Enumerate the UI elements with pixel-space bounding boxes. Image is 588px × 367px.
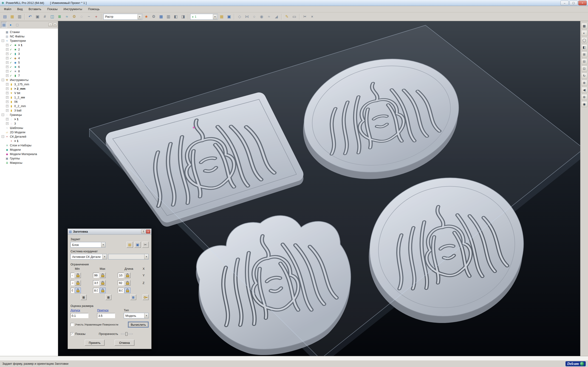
tree-item-toolpath-4[interactable]: + ✓ ◆ 4 xyxy=(0,56,58,60)
tree-item-toolpaths[interactable]: − ≈ Траектории xyxy=(0,39,58,43)
tree-item-groups[interactable]: ▣ Группы xyxy=(0,156,58,161)
tree-item-toolpath-2[interactable]: + ✓ ■ 2 xyxy=(0,47,58,52)
forms-button[interactable]: ◫ xyxy=(49,13,56,20)
dialog-close-button[interactable]: × xyxy=(146,230,150,234)
calculator-button[interactable]: # xyxy=(41,13,48,20)
check-icon[interactable]: ✓ xyxy=(10,61,12,64)
tree-item-boundaries[interactable]: − ◌ Границы xyxy=(0,113,58,117)
edit-pencil-button[interactable]: ✎ xyxy=(284,13,290,20)
tree-item-tool-v-bit[interactable]: + ▼ V bit xyxy=(0,91,58,95)
erase-button[interactable]: ▭ xyxy=(291,13,298,20)
menu-item[interactable]: Вид xyxy=(14,6,26,12)
table-button[interactable]: ▦ xyxy=(157,13,164,20)
tree-item-toolpath-6[interactable]: + ✓ ■ 6 xyxy=(0,65,58,69)
calc-max-button[interactable]: ▦ xyxy=(105,294,111,300)
show-checkbox[interactable]: ✓ xyxy=(70,332,74,336)
coord-system-select[interactable]: Активная СК Детали ▾ xyxy=(70,254,107,259)
dialog-title-bar[interactable]: ▧ Заготовка ? × xyxy=(68,229,151,235)
explorer-tab[interactable]: ▤ xyxy=(1,22,7,28)
tree-item-tool-1-2-mm[interactable]: + ▮ 1_2_мм xyxy=(0,95,58,100)
tree-item-models[interactable]: ◆ Модели xyxy=(0,148,58,152)
toolbar-toggle-b-button[interactable]: ◨ xyxy=(180,13,187,20)
snip-button[interactable]: ✂ xyxy=(301,13,308,20)
tree-item-patterns[interactable]: ~ Шаблоны xyxy=(0,126,58,130)
spin-view-button[interactable]: ⊛ xyxy=(581,94,587,100)
check-icon[interactable]: ✓ xyxy=(10,48,12,51)
workplane-create-button[interactable]: + xyxy=(93,13,100,20)
tree-item-machines[interactable]: ▦ Станки xyxy=(0,30,58,34)
tree-item-tool-3-ball[interactable]: + ▮ 3 ball xyxy=(0,108,58,113)
save-level-button[interactable]: ▣ xyxy=(225,13,233,20)
check-icon[interactable]: ✓ xyxy=(10,57,12,60)
open-project-button[interactable]: ▦ xyxy=(9,13,16,20)
tree-item-macros[interactable]: ≣ Макросы xyxy=(0,161,58,165)
expander-icon[interactable]: + xyxy=(6,52,9,55)
circle-shape-button[interactable]: ○ xyxy=(251,13,258,20)
tree-item-workplane-1[interactable]: + > 1 xyxy=(0,139,58,143)
expander-icon[interactable]: − xyxy=(2,135,4,138)
lock-max-button[interactable] xyxy=(100,280,106,286)
slope-shape-button[interactable]: ◢ xyxy=(273,13,280,20)
multicolour-button[interactable]: ◉ xyxy=(581,101,587,107)
length-input[interactable] xyxy=(118,288,124,293)
calc-min-button[interactable]: ▦ xyxy=(81,294,86,300)
favourites-button[interactable]: ★ xyxy=(143,13,150,20)
lock-length-button[interactable] xyxy=(124,288,130,293)
boundary-shape-button[interactable]: ◇ xyxy=(236,13,243,20)
pin-panel-button[interactable]: ▫ xyxy=(48,23,52,26)
tolerance-input[interactable] xyxy=(70,313,88,318)
level-select[interactable]: ● 1 ▾ xyxy=(190,14,218,20)
lock-min-button[interactable] xyxy=(75,273,81,278)
tree-item-boundary-3[interactable]: + ◌ 3 xyxy=(0,121,58,126)
close-panel-button[interactable]: × xyxy=(53,23,57,26)
thickness-input[interactable] xyxy=(97,313,115,318)
tree-item-tools[interactable]: − ⚒ Инструменты xyxy=(0,78,58,82)
tree-item-stock-models[interactable]: ◆ Модели Материала xyxy=(0,152,58,156)
expander-icon[interactable]: + xyxy=(6,74,9,77)
side-view-button[interactable]: ⊡ xyxy=(581,66,587,72)
open-level-button[interactable]: ▦ xyxy=(218,13,225,20)
strategy-select[interactable]: Растр ▾ xyxy=(103,14,142,20)
block-form-button[interactable]: ▦ xyxy=(581,23,587,29)
type-select[interactable]: Модель ▾ xyxy=(124,313,149,318)
expander-icon[interactable]: + xyxy=(6,61,9,64)
iso-view-button[interactable]: ◧ xyxy=(581,44,587,50)
close-button[interactable]: × xyxy=(578,1,587,5)
undo-button[interactable]: ↶ xyxy=(27,13,34,20)
thickness-link[interactable]: Припуск xyxy=(97,309,122,312)
pattern-create-button[interactable]: ~ xyxy=(86,13,92,20)
expander-icon[interactable]: + xyxy=(6,92,9,94)
boundary-create-button[interactable]: ◌ xyxy=(78,13,85,20)
tree-item-tool-2-mm[interactable]: + ▮ > 2_mm xyxy=(0,86,58,91)
load-block-button[interactable]: ▦ xyxy=(127,242,133,248)
tree-item-toolpath-8[interactable]: + ✓ ■ 8 xyxy=(0,69,58,73)
tool-create-button[interactable]: ⚙ xyxy=(71,13,78,20)
expander-icon[interactable]: + xyxy=(6,96,9,99)
tree-item-nc-files[interactable]: ▤ NC Файлы xyxy=(0,34,58,39)
expander-icon[interactable]: + xyxy=(6,105,9,107)
max-input[interactable] xyxy=(93,280,99,285)
check-icon[interactable]: ✓ xyxy=(10,52,12,56)
delete-block-button[interactable]: ✂ xyxy=(142,242,149,248)
tree-item-tool-3-175-mm[interactable]: + ▮ 3_175_mm xyxy=(0,82,58,86)
expander-icon[interactable]: + xyxy=(6,122,9,125)
toolpath-button[interactable]: ≈ xyxy=(63,13,70,20)
new-project-button[interactable]: ▤ xyxy=(1,13,8,20)
disabled-tab[interactable]: ▢ xyxy=(14,22,20,28)
tree-item-toolpath-1[interactable]: + ✓ ■ > 1 xyxy=(0,43,58,47)
tree-item-boundary-1[interactable]: + ◌ > 1 xyxy=(0,117,58,121)
minimize-button[interactable]: – xyxy=(561,1,569,5)
expander-icon[interactable]: + xyxy=(6,109,9,112)
expander-icon[interactable]: + xyxy=(6,70,9,73)
expander-icon[interactable]: − xyxy=(2,114,4,116)
expander-icon[interactable]: − xyxy=(2,40,4,42)
expander-icon[interactable]: + xyxy=(6,118,9,120)
length-input[interactable] xyxy=(118,280,124,285)
expander-icon[interactable]: + xyxy=(6,100,9,103)
expander-icon[interactable]: + xyxy=(6,57,9,59)
max-input[interactable] xyxy=(93,288,99,293)
chevron-down-icon[interactable]: ▾ xyxy=(103,254,107,259)
expander-icon[interactable]: + xyxy=(6,48,9,51)
menu-item[interactable]: Показы xyxy=(44,6,61,12)
defined-by-select[interactable]: Блок ▾ xyxy=(70,242,105,248)
